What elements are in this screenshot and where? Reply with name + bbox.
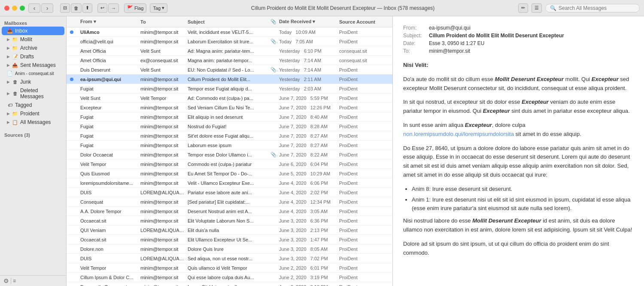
email-row[interactable]: DUIS LOREM@ALIQUA.SED Sed aliqua, non ut…	[67, 254, 392, 263]
email-to: minim@tempor.sit	[139, 265, 186, 271]
email-row[interactable]: loremipsumdolorsitame... minim@tempor.si…	[67, 178, 392, 188]
email-source: ProiDent	[337, 228, 389, 233]
email-row[interactable]: Fugiat minim@tempor.sit Nostrud do Fugia…	[67, 122, 392, 131]
col-from[interactable]: From ▾	[79, 19, 139, 24]
email-row[interactable]: Velit Tempor minim@tempor.sit Quis ullam…	[67, 263, 392, 273]
email-row[interactable]: Occaecat.sit minim@tempor.sit Elit Ullam…	[67, 235, 392, 244]
email-row[interactable]: Amet Officia ex@consequat.sit Magna anim…	[67, 56, 392, 65]
col-to[interactable]: To	[139, 19, 186, 24]
list-view-button[interactable]: ☰	[532, 3, 542, 13]
search-input[interactable]	[559, 5, 635, 11]
email-row[interactable]: Quis Eiusmod minim@tempor.sit Eu Amet Si…	[67, 169, 392, 178]
sidebar-item-proident[interactable]: ▶ 📁 Proident	[2, 109, 64, 118]
email-row[interactable]: Velit Tempor minim@tempor.sit Commodo es…	[67, 160, 392, 169]
email-from: Fugiat	[79, 114, 139, 120]
email-date: June 3, 2020 8:05 AM	[277, 247, 337, 252]
sidebar-item-archive[interactable]: ▶ 📁 Archive	[2, 44, 64, 52]
archive-button[interactable]: ⊟	[60, 3, 70, 13]
email-to: minim@tempor.sit	[139, 237, 186, 242]
email-row[interactable]: Dolor Occaecat minim@tempor.sit Tempor e…	[67, 150, 392, 160]
sidebar-item-all-messages[interactable]: ▶ 📋 All Messages	[2, 118, 64, 126]
sidebar-toggle-button[interactable]: ≡	[13, 278, 16, 284]
email-row[interactable]: Consequat minim@tempor.sit [Sed pariatur…	[67, 197, 392, 207]
col-subject[interactable]: Subject	[186, 19, 269, 24]
email-row[interactable]: Dolore.non minim@tempor.sit Dolore Quis …	[67, 244, 392, 254]
email-subject: Deserunt Nostrud anim est A...	[186, 209, 269, 214]
email-row[interactable]: Deserunt'a Consequat,... minim@tempor.si…	[67, 282, 392, 286]
settings-button[interactable]: ⚙	[3, 277, 9, 284]
sidebar-item-deleted[interactable]: ▶ 🗑 Deleted Messages	[2, 86, 64, 101]
sent-icon: 📤	[12, 63, 18, 68]
body-link[interactable]: non.loremipsumdolo.qui/loremipsumdolorsi…	[403, 131, 514, 137]
email-row[interactable]: A.A. Dolore Tempor minim@tempor.sit Dese…	[67, 207, 392, 216]
list-item-2: Anim 1: Irure est deserunt nisi ut elit …	[412, 196, 634, 214]
date-label: Date:	[403, 40, 429, 46]
email-attach: 📎	[269, 67, 277, 72]
email-date: June 6, 2020 6:04 PM	[277, 162, 337, 167]
email-row[interactable]: Cillum Ipsum & Dolor C... minim@tempor.s…	[67, 273, 392, 282]
minimize-button[interactable]	[12, 6, 17, 11]
email-to: minim@tempor.sit	[139, 30, 186, 35]
email-row[interactable]: ea-ipsum@qui.qui minim@tempor.sit Cillum…	[67, 75, 392, 84]
email-row[interactable]: Fugiat minim@tempor.sit Tempor esse Fugi…	[67, 84, 392, 93]
email-row[interactable]: Fugiat minim@tempor.sit Laborum esse ips…	[67, 141, 392, 150]
email-to: ex@consequat.sit	[139, 58, 186, 63]
email-row[interactable]: Velit Sunt Velit Tempor Ad: Commodo est …	[67, 93, 392, 103]
compose-actions: ↩ →	[97, 3, 119, 13]
email-row[interactable]: officia@velit.qui minim@tempor.sit Labor…	[67, 37, 392, 46]
email-row[interactable]: Fugiat minim@tempor.sit Sit'et dolore es…	[67, 131, 392, 141]
back-button[interactable]: ‹	[28, 3, 40, 13]
sidebar-item-anim[interactable]: 📄 Anim - consequat.sit	[2, 69, 64, 78]
email-from: Quis Eiusmod	[79, 171, 139, 176]
email-attach: 📎	[269, 152, 277, 157]
email-from: Dolore.non	[79, 247, 139, 252]
close-button[interactable]	[4, 6, 9, 11]
email-row[interactable]: Occaecat.sit minim@tempor.sit Elit Volup…	[67, 216, 392, 226]
email-to: minim@tempor.sit	[139, 114, 186, 120]
email-row[interactable]: Fugiat minim@tempor.sit Elit aliquip in …	[67, 112, 392, 122]
sidebar-item-label: All Messages	[20, 119, 61, 125]
email-source: ProiDent	[337, 218, 389, 223]
email-to: minim@tempor.sit	[139, 209, 186, 214]
sidebar-item-label: Drafts	[20, 54, 61, 60]
sidebar-item-tagged[interactable]: 🏷 Tagged	[2, 101, 64, 109]
email-source: ProiDent	[337, 67, 389, 72]
compose-icon-button[interactable]: ✏	[518, 3, 528, 13]
email-to: minim@tempor.sit	[139, 143, 186, 148]
email-from: QUI Veniam	[79, 228, 139, 233]
email-to: minim@tempor.sit	[139, 284, 186, 286]
sidebar-item-junk[interactable]: ▶ 🗑 Junk	[2, 78, 64, 86]
email-subject: Cillum Proident do Mollit Elit...	[186, 77, 269, 82]
window-title: Cillum Proident do Mollit Elit Mollit De…	[171, 5, 515, 11]
subject-value: Cillum Proident do Mollit Elit Mollit De…	[429, 33, 564, 39]
email-date: Yesterday 7:14 AM	[277, 67, 337, 72]
email-row[interactable]: DUIS LOREM@ALIQUA.SED Pariatur esse labo…	[67, 188, 392, 197]
col-source[interactable]: Source Account	[337, 19, 389, 24]
email-row[interactable]: QUI Veniam LOREM@ALIQUA.SED Elit duis'a …	[67, 226, 392, 235]
delete-button[interactable]: 🗑	[71, 3, 82, 13]
tag-button[interactable]: Tag ▾	[150, 3, 167, 13]
sidebar-item-drafts[interactable]: ▶ 📝 Drafts	[2, 52, 64, 61]
sidebar-item-label: Junk	[20, 79, 61, 85]
email-source: ProiDent	[337, 199, 389, 205]
flag-button[interactable]: 🚩 Flag	[124, 3, 146, 13]
forward-button[interactable]: ›	[41, 3, 53, 13]
move-button[interactable]: ⬆	[82, 3, 92, 13]
to-value: minim@tempor.sit	[429, 48, 470, 54]
email-row[interactable]: Excepteur minim@tempor.sit Sed Veniam Ci…	[67, 103, 392, 112]
email-row[interactable]: UliAmco minim@tempor.sit Velit, incididu…	[67, 27, 392, 37]
col-date[interactable]: Date Received ▾	[277, 19, 337, 24]
reply-button[interactable]: ↩	[97, 3, 107, 13]
email-from: Velit Tempor	[79, 265, 139, 271]
maximize-button[interactable]	[20, 6, 25, 11]
email-list: From ▾ To Subject 📎 Date Received ▾ Sour…	[67, 16, 393, 286]
email-subject: Nostrud do Fugiat!	[186, 124, 269, 129]
email-from: Amet Officia	[79, 48, 139, 54]
email-row[interactable]: Amet Officia Velit Sunt Ad: Magna anim: …	[67, 46, 392, 56]
email-row[interactable]: Duis Deserunt Velit Sunt EU: Non Cupidat…	[67, 65, 392, 75]
forward-button-toolbar[interactable]: →	[108, 3, 119, 13]
date-field: Date: Esse 3, 0950 id 1:27 EU	[403, 40, 634, 46]
sidebar-item-inbox[interactable]: 📥 Inbox	[2, 27, 64, 35]
sidebar-item-mollit[interactable]: ▶ 📁 Mollit	[2, 35, 64, 44]
sidebar-item-sent[interactable]: ▶ 📤 Sent Messages	[2, 61, 64, 69]
